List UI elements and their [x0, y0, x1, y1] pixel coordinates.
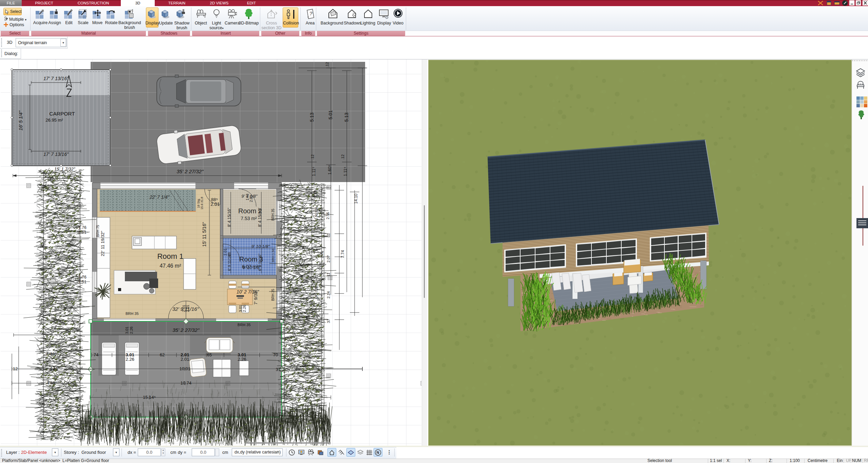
svg-text:35' 2 27/32": 35' 2 27/32" [176, 168, 204, 174]
svg-text:74: 74 [94, 352, 98, 357]
svg-text:2.01: 2.01 [210, 201, 220, 207]
svg-text:15.6 31.8: 15.6 31.8 [200, 197, 204, 210]
svg-text:5.13: 5.13 [309, 112, 315, 122]
svg-text:.12: .12 [341, 155, 345, 160]
svg-text:2.01: 2.01 [186, 305, 190, 312]
svg-text:7' 9/32": 7' 9/32" [253, 290, 258, 305]
svg-text:47.46 m²: 47.46 m² [159, 263, 181, 269]
svg-text:17' 7 13/16": 17' 7 13/16" [43, 76, 69, 81]
svg-text:1.11⁵: 1.11⁵ [343, 167, 348, 176]
svg-text:BRH 75: BRH 75 [96, 225, 100, 237]
svg-text:7.74: 7.74 [340, 250, 345, 258]
svg-text:22' 11 19/32": 22' 11 19/32" [100, 231, 105, 256]
svg-text:2.26: 2.26 [238, 357, 246, 362]
svg-text:2.07: 2.07 [326, 255, 331, 262]
svg-text:9' 10 1/8": 9' 10 1/8" [251, 244, 270, 249]
svg-text:2.63: 2.63 [249, 195, 253, 202]
svg-text:16' 5 1/4": 16' 5 1/4" [18, 110, 23, 130]
svg-text:1.43: 1.43 [246, 194, 249, 200]
svg-text:2.14: 2.14 [326, 291, 331, 298]
svg-text:37: 37 [326, 319, 331, 323]
svg-text:3.01: 3.01 [125, 326, 129, 334]
svg-text:2.01: 2.01 [223, 248, 227, 255]
svg-text:BRH 35: BRH 35 [126, 311, 139, 316]
svg-text:15' 11 5/16": 15' 11 5/16" [202, 222, 207, 247]
svg-text:7.53 m²: 7.53 m² [241, 216, 257, 221]
svg-text:BRH 35: BRH 35 [238, 323, 251, 327]
svg-text:62: 62 [160, 352, 165, 357]
svg-text:BRH 35: BRH 35 [271, 289, 275, 301]
svg-text:N: N [377, 450, 379, 455]
svg-text:5.01: 5.01 [328, 110, 333, 119]
svg-text:12: 12 [13, 366, 18, 371]
svg-text:18 Stg.: 18 Stg. [197, 198, 200, 208]
svg-text:37: 37 [276, 367, 281, 372]
svg-text:BRH 35: BRH 35 [271, 209, 275, 220]
svg-text:35' 2 27/32": 35' 2 27/32" [172, 327, 200, 333]
svg-text:.12: .12 [325, 62, 329, 67]
svg-text:BRH 1.50: BRH 1.50 [271, 249, 275, 262]
svg-text:2.26: 2.26 [129, 326, 133, 334]
svg-text:8' 4 15/16": 8' 4 15/16" [258, 208, 262, 227]
svg-text:10.01: 10.01 [180, 366, 191, 371]
svg-text:1.11⁵: 1.11⁵ [312, 167, 316, 176]
svg-text:2.26: 2.26 [242, 305, 246, 312]
svg-text:.12: .12 [310, 155, 315, 160]
svg-text:CARPORT: CARPORT [49, 111, 75, 117]
svg-text:2.01: 2.01 [181, 357, 189, 362]
svg-text:11: 11 [326, 233, 331, 237]
svg-text:15.14⁵: 15.14⁵ [143, 395, 156, 400]
svg-text:1.51: 1.51 [78, 280, 87, 284]
svg-text:2.26: 2.26 [126, 357, 134, 362]
svg-text:10.74: 10.74 [181, 380, 192, 386]
svg-text:5.13: 5.13 [344, 112, 349, 122]
svg-text:65: 65 [207, 352, 212, 357]
svg-text:22' 7 1/4": 22' 7 1/4" [149, 194, 170, 200]
svg-text:1.60⁵: 1.60⁵ [327, 165, 332, 175]
svg-text:1.76: 1.76 [78, 275, 87, 280]
svg-text:8' 4 15/16": 8' 4 15/16" [227, 208, 232, 227]
svg-text:17' 7 13/16": 17' 7 13/16" [43, 152, 69, 157]
svg-text:Room 1: Room 1 [157, 252, 183, 261]
svg-text:26.95 m²: 26.95 m² [45, 118, 63, 123]
svg-text:14.10: 14.10 [354, 194, 358, 204]
